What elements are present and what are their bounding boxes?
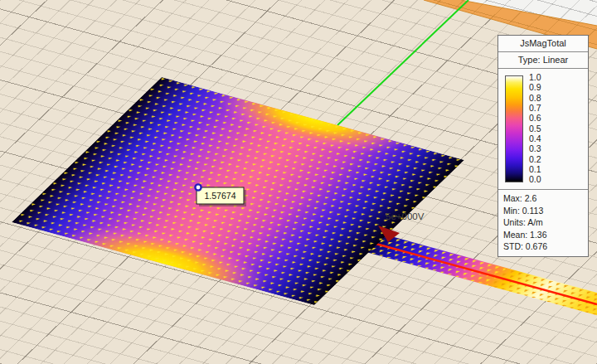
- stat-units: Units: A/m: [503, 218, 583, 227]
- probe-tooltip: 1.57674: [197, 187, 246, 206]
- colorbar-tick: 0.8: [529, 94, 541, 103]
- colorbar-ticks: 1.0 0.9 0.8 0.7 0.6 0.5 0.4 0.3 0.2 0.1 …: [529, 73, 541, 184]
- colorbar-tick: 0.6: [529, 114, 541, 123]
- probe-marker[interactable]: [195, 184, 201, 190]
- colorbar-tick: 0.2: [529, 155, 541, 164]
- colorbar-gradient: [505, 75, 523, 182]
- probe-value: 1.57674: [205, 191, 236, 201]
- colorbar-tick: 0.4: [529, 134, 541, 143]
- colorbar-tick: 0.7: [529, 104, 541, 113]
- stat-std: STD: 0.676: [503, 242, 583, 251]
- colorbar-tick: 0.9: [529, 83, 541, 92]
- stat-min: Min: 0.113: [503, 206, 583, 216]
- colorbar-tick: 1.0: [529, 73, 541, 82]
- boundary-band-top-edge: [461, 0, 597, 26]
- port-voltage-label: 5e+000V: [386, 211, 425, 221]
- stat-max: Max: 2.6: [503, 194, 583, 203]
- legend-colorbar-section: 1.0 0.9 0.8 0.7 0.6 0.5 0.4 0.3 0.2 0.1 …: [498, 69, 588, 190]
- colorbar-tick: 0.0: [529, 175, 541, 184]
- color-scale-legend[interactable]: JsMagTotal Type: Linear 1.0 0.9 0.8 0.7 …: [498, 35, 589, 257]
- stat-mean: Mean: 1.36: [503, 231, 583, 240]
- colorbar-tick: 0.5: [529, 124, 541, 133]
- legend-scale-type: Type: Linear: [498, 52, 588, 69]
- colorbar-tick: 0.3: [529, 144, 541, 153]
- legend-title: JsMagTotal: [498, 36, 588, 52]
- y-axis-line: [337, 0, 468, 125]
- colorbar-tick: 0.1: [529, 165, 541, 174]
- legend-stats: Max: 2.6 Min: 0.113 Units: A/m Mean: 1.3…: [498, 190, 588, 256]
- simulation-viewport[interactable]: 5e+000V 1.57674 JsMagTotal Type: Linear …: [0, 0, 597, 364]
